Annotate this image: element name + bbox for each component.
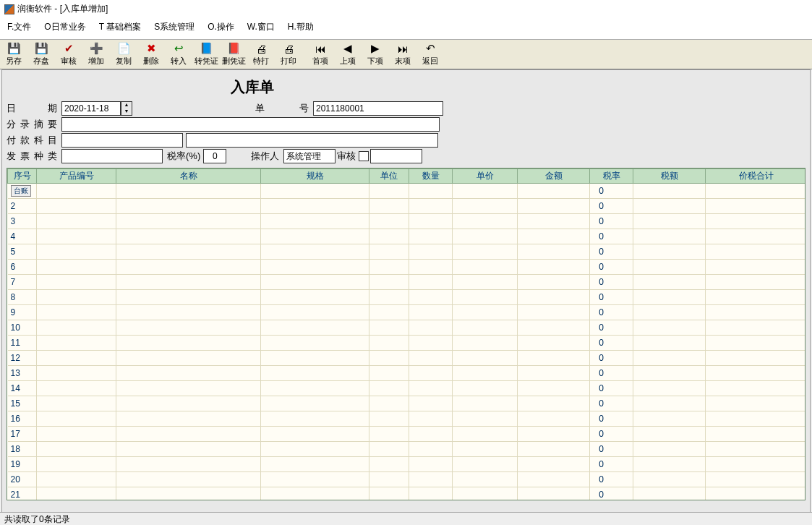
special-print-button[interactable]: 🖨特打 [247, 40, 275, 69]
table-row[interactable]: 130 [8, 366, 806, 381]
table-row[interactable]: 200 [8, 472, 806, 487]
back-icon: ↶ [424, 42, 437, 55]
column-header[interactable]: 产品编号 [37, 169, 116, 184]
back-button[interactable]: ↶返回 [416, 40, 444, 69]
toolbar-label: 删凭证 [222, 56, 246, 67]
add-icon: ➕ [90, 42, 103, 55]
table-row[interactable]: 台账0 [8, 184, 806, 199]
status-text: 共读取了0条记录 [4, 513, 70, 524]
save-as-icon: 💾 [7, 42, 20, 55]
save-as-button[interactable]: 💾另存 [0, 40, 27, 69]
last-icon: ⏭ [396, 42, 409, 55]
date-spinner[interactable]: ▲▼ [121, 101, 132, 116]
toolbar-label: 增加 [88, 56, 104, 67]
save-icon: 💾 [35, 42, 48, 55]
print-icon: 🖨 [282, 42, 295, 55]
menu-item[interactable]: T 基础档案 [99, 21, 141, 33]
toolbar-label: 删除 [143, 56, 159, 67]
taxrate-input[interactable] [203, 149, 226, 163]
column-header[interactable]: 税率 [590, 169, 633, 184]
toolbar-label: 末项 [395, 56, 411, 67]
table-row[interactable]: 160 [8, 411, 806, 427]
toolbar-label: 转入 [171, 56, 187, 67]
date-input[interactable] [61, 101, 121, 116]
table-row[interactable]: 190 [8, 457, 806, 472]
data-grid[interactable]: 序号产品编号名称规格单位数量单价金额税率税额价税合计台账020304050607… [7, 168, 805, 500]
table-row[interactable]: 150 [8, 396, 806, 411]
table-row[interactable]: 210 [8, 487, 806, 501]
toolbar-label: 另存 [6, 56, 22, 67]
toolbar-label: 复制 [116, 56, 132, 67]
column-header[interactable]: 金额 [518, 169, 590, 184]
column-header[interactable]: 数量 [409, 169, 453, 184]
table-row[interactable]: 40 [8, 229, 806, 244]
column-header[interactable]: 单位 [369, 169, 409, 184]
summary-label: 分录摘要 [7, 118, 61, 131]
toolbar-label: 上项 [340, 56, 356, 67]
table-row[interactable]: 60 [8, 260, 806, 275]
toolbar-label: 打印 [281, 56, 296, 67]
menu-item[interactable]: F.文件 [7, 21, 31, 33]
del-voucher-button[interactable]: 📕删凭证 [220, 40, 247, 69]
last-button[interactable]: ⏭末项 [389, 40, 416, 69]
voucher-button[interactable]: 📘转凭证 [192, 40, 220, 69]
audit-label: 审核 [337, 150, 356, 163]
column-header[interactable]: 序号 [8, 169, 37, 184]
window-title: 润衡软件 - [入库单增加] [17, 3, 108, 15]
table-row[interactable]: 30 [8, 214, 806, 229]
prev-button[interactable]: ◀上项 [334, 40, 362, 69]
column-header[interactable]: 价税合计 [706, 169, 806, 184]
column-header[interactable]: 单价 [453, 169, 518, 184]
content-area: 入库单 日 期 ▲▼ 单 号 分录摘要 付款科目 发票种类 税率(%) 操作人 … [1, 69, 811, 521]
table-row[interactable]: 120 [8, 351, 806, 366]
menu-item[interactable]: O日常业务 [44, 21, 85, 33]
table-row[interactable]: 80 [8, 290, 806, 305]
docno-input[interactable] [313, 101, 443, 116]
taxrate-label: 税率(%) [167, 150, 200, 163]
toolbar-label: 首项 [312, 56, 328, 67]
audit-button[interactable]: ✔审核 [55, 40, 82, 69]
summary-input[interactable] [61, 117, 440, 132]
table-row[interactable]: 70 [8, 275, 806, 290]
column-header[interactable]: 名称 [116, 169, 261, 184]
prev-icon: ◀ [341, 42, 354, 55]
toolbar-label: 特打 [253, 56, 269, 67]
print-button[interactable]: 🖨打印 [275, 40, 302, 69]
account-name-input[interactable] [186, 133, 438, 148]
menu-item[interactable]: W.窗口 [247, 21, 275, 33]
account-code-input[interactable] [61, 133, 183, 148]
docno-label: 单 号 [255, 102, 313, 115]
app-icon [4, 4, 14, 14]
delete-button[interactable]: ✖删除 [137, 40, 165, 69]
ledger-button[interactable]: 台账 [11, 185, 31, 197]
next-icon: ▶ [369, 42, 382, 55]
column-header[interactable]: 税额 [633, 169, 706, 184]
table-row[interactable]: 50 [8, 244, 806, 260]
menu-item[interactable]: O.操作 [208, 21, 234, 33]
toolbar-label: 存盘 [33, 56, 49, 67]
next-button[interactable]: ▶下项 [362, 40, 389, 69]
invoice-input[interactable] [61, 149, 163, 163]
add-button[interactable]: ➕增加 [82, 40, 110, 69]
table-row[interactable]: 170 [8, 427, 806, 442]
document-title: 入库单 [180, 77, 325, 97]
copy-button[interactable]: 📄复制 [110, 40, 137, 69]
table-row[interactable]: 90 [8, 305, 806, 320]
operator-input[interactable] [283, 149, 336, 163]
audit-checkbox[interactable] [359, 151, 369, 161]
statusbar: 共读取了0条记录 [0, 512, 812, 525]
table-row[interactable]: 110 [8, 336, 806, 351]
table-row[interactable]: 180 [8, 442, 806, 457]
table-row[interactable]: 20 [8, 199, 806, 214]
audit-icon: ✔ [62, 42, 75, 55]
table-row[interactable]: 140 [8, 381, 806, 396]
audit-input[interactable] [370, 149, 422, 163]
menu-item[interactable]: S系统管理 [154, 21, 195, 33]
save-button[interactable]: 💾存盘 [27, 40, 55, 69]
menu-item[interactable]: H.帮助 [288, 21, 314, 33]
table-row[interactable]: 100 [8, 320, 806, 336]
first-button[interactable]: ⏮首项 [307, 40, 334, 69]
column-header[interactable]: 规格 [261, 169, 369, 184]
import-button[interactable]: ↩转入 [165, 40, 192, 69]
del-voucher-icon: 📕 [227, 42, 240, 55]
